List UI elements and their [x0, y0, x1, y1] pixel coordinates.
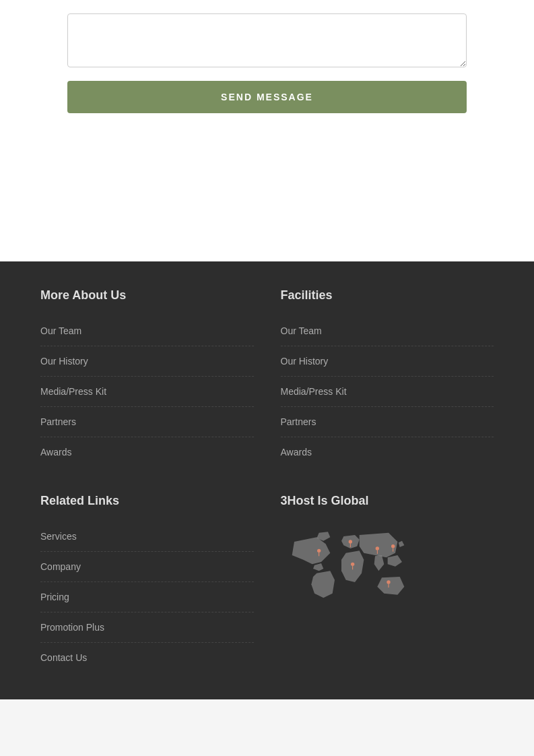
right-awards-link[interactable]: Awards	[281, 437, 494, 467]
message-textarea[interactable]	[67, 13, 467, 67]
svg-point-5	[387, 580, 390, 584]
footer: More About Us Our Team Our History Media…	[0, 261, 534, 699]
svg-point-4	[351, 563, 354, 566]
world-map-container	[281, 522, 494, 612]
more-about-us-section: More About Us Our Team Our History Media…	[40, 288, 254, 467]
facilities-title: Facilities	[281, 288, 494, 303]
footer-grid: More About Us Our Team Our History Media…	[40, 288, 494, 672]
right-our-team-link[interactable]: Our Team	[281, 316, 494, 346]
related-links-section: Related Links Services Company Pricing P…	[40, 494, 254, 672]
footer-left-column: More About Us Our Team Our History Media…	[40, 288, 267, 672]
global-title: 3Host Is Global	[281, 494, 494, 508]
right-our-history-link[interactable]: Our History	[281, 346, 494, 377]
right-media-press-kit-link[interactable]: Media/Press Kit	[281, 377, 494, 407]
left-partners-link[interactable]: Partners	[40, 407, 254, 437]
more-about-us-title: More About Us	[40, 288, 254, 303]
form-section: SEND MESSAGE	[0, 0, 534, 154]
global-section: 3Host Is Global	[281, 494, 494, 612]
svg-point-1	[348, 540, 352, 543]
left-our-history-link[interactable]: Our History	[40, 346, 254, 377]
left-our-team-link[interactable]: Our Team	[40, 316, 254, 346]
send-message-button[interactable]: SEND MESSAGE	[67, 81, 467, 113]
contact-us-link[interactable]: Contact Us	[40, 643, 254, 672]
right-partners-link[interactable]: Partners	[281, 407, 494, 437]
promotion-plus-link[interactable]: Promotion Plus	[40, 612, 254, 643]
company-link[interactable]: Company	[40, 552, 254, 582]
svg-point-2	[375, 546, 378, 550]
world-map-icon	[281, 528, 415, 609]
svg-point-3	[391, 544, 395, 548]
svg-point-0	[317, 549, 321, 553]
services-link[interactable]: Services	[40, 522, 254, 552]
footer-right-column: Facilities Our Team Our History Media/Pr…	[267, 288, 494, 672]
facilities-section: Facilities Our Team Our History Media/Pr…	[281, 288, 494, 467]
left-media-press-kit-link[interactable]: Media/Press Kit	[40, 377, 254, 407]
left-awards-link[interactable]: Awards	[40, 437, 254, 467]
pricing-link[interactable]: Pricing	[40, 582, 254, 612]
related-links-title: Related Links	[40, 494, 254, 508]
spacer	[0, 154, 534, 261]
